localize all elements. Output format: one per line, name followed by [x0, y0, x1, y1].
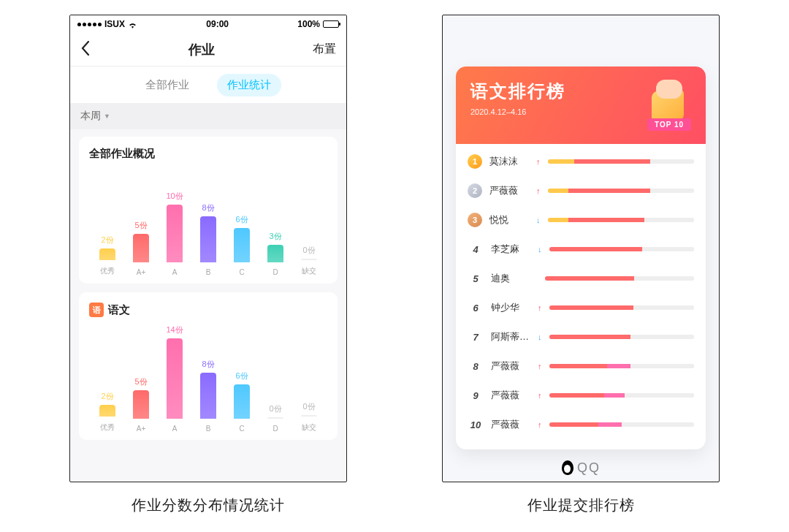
bar-value-label: 6份 — [235, 214, 248, 225]
tab-stats[interactable]: 作业统计 — [217, 74, 281, 96]
bar-C: 6份C — [225, 214, 259, 276]
rank-name: 悦悦 — [489, 213, 532, 227]
bar-C: 6份C — [225, 370, 259, 433]
rank-row[interactable]: 2严薇薇↑ — [468, 176, 694, 205]
back-icon[interactable] — [80, 41, 91, 58]
progress-bar — [545, 276, 694, 281]
bar-value-label: 5份 — [134, 220, 147, 231]
bar-A+: 5份A+ — [124, 376, 158, 433]
trend-up-icon: ↑ — [538, 362, 542, 370]
bar-rect — [200, 216, 216, 262]
progress-bar — [548, 218, 695, 222]
bar-B: 8份B — [191, 202, 225, 276]
trend-down-icon: ↓ — [538, 245, 542, 254]
rank-row[interactable]: 4李芝麻↓ — [468, 235, 694, 264]
bar-category-label: A+ — [137, 268, 146, 276]
rank-header: 语文排行榜 2020.4.12–4.16 TOP 10 — [456, 66, 706, 144]
bar-A: 10份A — [158, 191, 191, 276]
bar-rect — [167, 205, 183, 262]
week-filter[interactable]: 本周 ▼ — [70, 103, 346, 129]
tab-all[interactable]: 全部作业 — [135, 74, 199, 96]
progress-bar — [549, 305, 695, 310]
medal-icon: 2 — [468, 183, 482, 198]
rank-row[interactable]: 10严薇薇↑ — [468, 410, 694, 439]
rank-name: 严薇薇 — [491, 418, 533, 431]
progress-bar — [549, 247, 695, 251]
bar-rect — [133, 390, 149, 419]
cards-scroll[interactable]: 全部作业概况 2份优秀5份A+10份A8份B6份C3份D0份缺交 语 语文 2份… — [70, 129, 346, 482]
battery-icon — [323, 20, 339, 28]
rank-row[interactable]: 5迪奥 — [468, 264, 694, 293]
rank-name: 严薇薇 — [491, 389, 533, 402]
carrier-label: ISUX — [104, 19, 125, 29]
bar-rect — [99, 405, 115, 417]
tabs: 全部作业 作业统计 — [70, 66, 346, 103]
rank-number: 7 — [468, 332, 484, 343]
chevron-down-icon: ▼ — [104, 113, 110, 120]
bar-优秀: 2份优秀 — [91, 235, 124, 276]
bar-category-label: C — [239, 268, 244, 276]
rank-number: 6 — [468, 303, 484, 314]
progress-bar — [549, 335, 695, 339]
rank-name: 阿斯蒂… — [491, 330, 533, 343]
bar-category-label: B — [206, 268, 211, 276]
rank-row[interactable]: 9严薇薇↑ — [468, 381, 694, 410]
bar-B: 8份B — [191, 359, 225, 433]
bar-rect — [234, 384, 250, 419]
trend-up-icon: ↑ — [536, 186, 541, 195]
trend-down-icon: ↓ — [538, 332, 542, 341]
rank-row[interactable]: 1莫沫沫↑ — [468, 147, 694, 176]
bar-category-label: 缺交 — [302, 266, 316, 276]
medal-icon: 3 — [468, 213, 482, 227]
bar-category-label: 优秀 — [100, 422, 115, 433]
wifi-icon — [128, 20, 137, 28]
trend-down-icon: ↓ — [536, 216, 541, 224]
compose-button[interactable]: 布置 — [313, 42, 336, 57]
medal-icon: 1 — [468, 154, 482, 169]
stats-phone: ISUX 09:00 100% 作业 布置 全部作业 作业统计 本周 — [69, 15, 347, 482]
rank-row[interactable]: 3悦悦↓ — [468, 205, 694, 235]
card-overall-title: 全部作业概况 — [89, 147, 327, 161]
progress-bar — [549, 422, 695, 427]
chart-subject: 2份优秀5份A+14份A8份B6份C0份D0份缺交 — [89, 323, 327, 433]
rank-row[interactable]: 7阿斯蒂…↓ — [468, 322, 694, 352]
bar-value-label: 2份 — [101, 235, 113, 246]
bar-rect — [167, 338, 183, 419]
progress-bar — [549, 393, 695, 398]
rank-row[interactable]: 8严薇薇↑ — [468, 352, 694, 381]
bar-rect — [99, 248, 115, 260]
trophy-icon: TOP 10 — [641, 75, 694, 128]
progress-bar — [548, 159, 695, 164]
qq-penguin-icon — [561, 460, 574, 476]
bar-value-label: 6份 — [235, 370, 248, 381]
card-overall: 全部作业概况 2份优秀5份A+10份A8份B6份C3份D0份缺交 — [79, 137, 338, 284]
bar-rect — [301, 259, 317, 260]
trend-up-icon: ↑ — [538, 391, 542, 400]
rank-name: 严薇薇 — [489, 184, 532, 197]
rank-number: 4 — [468, 244, 484, 255]
page-title: 作业 — [188, 41, 215, 58]
bar-category-label: A — [172, 268, 178, 276]
bar-category-label: A+ — [137, 425, 146, 433]
nav-bar: 作业 布置 — [70, 33, 346, 66]
trend-up-icon: ↑ — [536, 157, 541, 166]
card-subject: 语 语文 2份优秀5份A+14份A8份B6份C0份D0份缺交 — [79, 292, 338, 440]
rank-name: 迪奥 — [491, 272, 533, 285]
rank-row[interactable]: 6钟少华↑ — [468, 293, 694, 322]
trend-up-icon: ↑ — [538, 420, 542, 429]
trend-up-icon: ↑ — [538, 303, 542, 312]
bar-category-label: 缺交 — [302, 422, 316, 433]
right-caption: 作业提交排行榜 — [527, 495, 635, 515]
bar-rect — [267, 245, 283, 262]
progress-bar — [549, 364, 695, 368]
card-subject-title: 语文 — [108, 303, 130, 317]
bar-value-label: 8份 — [202, 359, 214, 370]
bar-category-label: A — [172, 425, 178, 433]
bar-rect — [234, 228, 250, 262]
rank-number: 5 — [468, 273, 484, 284]
bar-value-label: 0份 — [302, 401, 315, 412]
bar-value-label: 5份 — [134, 376, 147, 387]
top10-ribbon: TOP 10 — [647, 118, 691, 131]
progress-bar — [548, 189, 695, 193]
filter-label: 本周 — [80, 110, 101, 123]
